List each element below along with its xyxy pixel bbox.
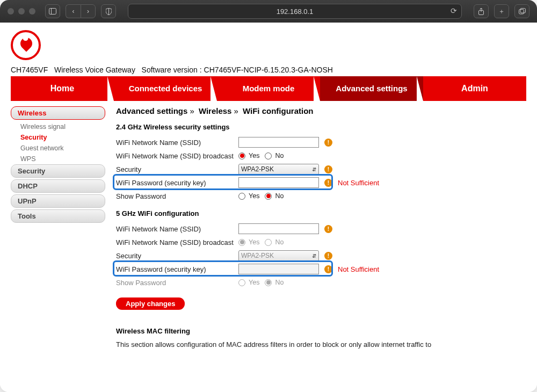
sidebar-sub-wps[interactable]: WPS xyxy=(11,154,105,164)
breadcrumb: Advanced settings» Wireless» WiFi config… xyxy=(116,106,526,115)
label-sec-24: Security xyxy=(116,165,238,173)
share-icon[interactable] xyxy=(474,4,489,18)
sidebar-item-tools[interactable]: Tools xyxy=(11,209,105,223)
svg-rect-0 xyxy=(49,9,56,14)
label-ssid-5: WiFi Network Name (SSID) xyxy=(116,225,238,233)
label-ssid-24: WiFi Network Name (SSID) xyxy=(116,139,238,147)
browser-titlebar: ‹ › 192.168.0.1 ⟳ ＋ xyxy=(0,0,537,23)
zoom-dot[interactable] xyxy=(29,8,35,14)
not-sufficient-text: Not Sufficient xyxy=(338,265,379,273)
sidebar-sub-security[interactable]: Security xyxy=(11,132,105,143)
main-tabs: Home Connected devices Modem mode Advanc… xyxy=(11,76,526,101)
radio-bcast5-yes xyxy=(238,239,245,246)
label-bcast-24: WiFi Network Name (SSID) broadcast xyxy=(116,152,238,160)
sidebar-item-security[interactable]: Security xyxy=(11,164,105,178)
back-button[interactable]: ‹ xyxy=(66,4,81,18)
select-security-24[interactable]: WPA2-PSK⇵ xyxy=(238,164,319,175)
input-ssid-5[interactable] xyxy=(238,223,319,234)
sidebar-item-upnp[interactable]: UPnP xyxy=(11,194,105,208)
not-sufficient-text: Not Sufficient xyxy=(338,179,379,187)
close-dot[interactable] xyxy=(8,8,14,14)
section-24ghz-title: 2.4 GHz Wireless security settings xyxy=(116,123,526,131)
section-5ghz-title: 5 GHz WiFi configuration xyxy=(116,209,526,217)
radio-show5-yes xyxy=(238,279,245,286)
mac-filtering-text: This section allows configuration of MAC… xyxy=(116,340,526,349)
radio-bcast5-no xyxy=(265,239,272,246)
sidebar-item-wireless[interactable]: Wireless xyxy=(11,106,105,120)
warning-icon: ! xyxy=(324,265,332,273)
label-sec-5: Security xyxy=(116,252,238,260)
tabs-overview-icon[interactable] xyxy=(514,4,529,18)
minimize-dot[interactable] xyxy=(18,8,25,14)
radio-bcast24-yes[interactable] xyxy=(238,153,245,159)
new-tab-icon[interactable]: ＋ xyxy=(494,4,509,18)
reload-icon[interactable]: ⟳ xyxy=(451,6,457,15)
vodafone-logo xyxy=(11,30,41,60)
warning-icon: ! xyxy=(324,165,332,173)
address-bar[interactable]: 192.168.0.1 ⟳ xyxy=(128,4,462,19)
device-model: CH7465VF xyxy=(11,66,48,74)
label-show-24: Show Password xyxy=(116,192,238,200)
warning-icon: ! xyxy=(324,252,332,260)
label-pwd-24: WiFi Password (security key) xyxy=(116,179,238,187)
sidebar-toggle-icon[interactable] xyxy=(45,4,60,18)
main-panel: Advanced settings» Wireless» WiFi config… xyxy=(111,106,526,349)
sw-label: Software version : xyxy=(142,66,202,74)
label-bcast-5: WiFi Network Name (SSID) broadcast xyxy=(116,238,238,246)
forward-button[interactable]: › xyxy=(81,4,96,18)
label-show-5: Show Password xyxy=(116,279,238,287)
nav-buttons: ‹ › xyxy=(66,4,96,18)
input-password-24[interactable] xyxy=(238,177,319,188)
radio-show24-no[interactable] xyxy=(265,193,272,200)
warning-icon: ! xyxy=(324,225,332,233)
input-ssid-24[interactable] xyxy=(238,137,319,148)
tab-modem-mode[interactable]: Modem mode xyxy=(217,76,320,101)
tab-connected-devices[interactable]: Connected devices xyxy=(114,76,217,101)
apply-changes-button[interactable]: Apply changes xyxy=(116,297,185,310)
shield-icon[interactable] xyxy=(101,4,116,18)
input-password-5[interactable] xyxy=(238,264,319,274)
sidebar-item-dhcp[interactable]: DHCP xyxy=(11,179,105,193)
radio-bcast24-no[interactable] xyxy=(265,153,272,159)
svg-rect-5 xyxy=(519,10,524,14)
tab-admin[interactable]: Admin xyxy=(423,76,526,101)
mac-filtering-title: Wireless MAC filtering xyxy=(116,327,526,335)
radio-show24-yes[interactable] xyxy=(238,193,245,200)
sidebar-sub-guest-network[interactable]: Guest network xyxy=(11,143,105,154)
chevron-updown-icon: ⇵ xyxy=(312,253,316,259)
url-text: 192.168.0.1 xyxy=(277,8,314,16)
svg-rect-6 xyxy=(520,9,526,13)
warning-icon: ! xyxy=(324,179,332,187)
sidebar-sub-wireless-signal[interactable]: Wireless signal xyxy=(11,121,105,132)
chevron-updown-icon: ⇵ xyxy=(312,166,316,172)
select-security-5[interactable]: WPA2-PSK⇵ xyxy=(238,250,319,262)
tab-home[interactable]: Home xyxy=(11,76,114,101)
warning-icon: ! xyxy=(324,139,332,147)
device-info: CH7465VF Wireless Voice Gateway Software… xyxy=(11,66,526,74)
radio-show5-no xyxy=(265,279,272,286)
device-type: Wireless Voice Gateway xyxy=(54,66,135,74)
sidebar: Wireless Wireless signal Security Guest … xyxy=(11,106,111,349)
tab-advanced-settings[interactable]: Advanced settings xyxy=(320,76,423,101)
label-pwd-5: WiFi Password (security key) xyxy=(116,265,238,273)
window-controls xyxy=(8,8,35,14)
sw-version: CH7465VF-NCIP-6.15.20.3-GA-NOSH xyxy=(204,66,333,74)
